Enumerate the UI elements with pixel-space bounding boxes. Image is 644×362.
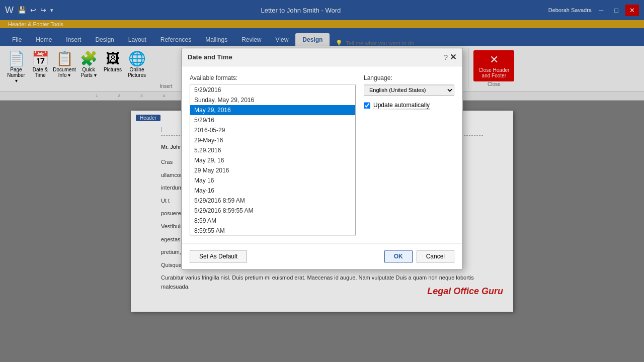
set-as-default-button[interactable]: Set As Default <box>190 250 247 263</box>
format-item-9[interactable]: May 16 <box>190 175 355 186</box>
format-item-7[interactable]: May 29, 16 <box>190 155 355 165</box>
format-item-4[interactable]: 2016-05-29 <box>190 125 355 135</box>
cancel-button[interactable]: Cancel <box>417 250 454 263</box>
dialog-title: Date and Time <box>188 53 232 61</box>
dialog-footer: Set As Default OK Cancel <box>182 243 462 269</box>
dialog-title-bar: Date and Time ? ✕ <box>182 48 462 66</box>
available-formats-label: Available formats: <box>190 74 356 81</box>
ok-button[interactable]: OK <box>384 250 413 263</box>
update-auto-row[interactable]: Update automatically <box>364 102 454 109</box>
format-item-12[interactable]: 5/29/2016 8:59:55 AM <box>190 206 355 216</box>
language-label: Language: <box>364 74 454 81</box>
dialog-overlay: Date and Time ? ✕ Available formats: 5/2… <box>0 0 644 362</box>
format-item-13[interactable]: 8:59 AM <box>190 216 355 226</box>
dialog-formats-section: Available formats: 5/29/2016 Sunday, May… <box>190 74 356 235</box>
format-list[interactable]: 5/29/2016 Sunday, May 29, 2016 May 29, 2… <box>190 84 356 235</box>
dialog-language-section: Language: English (United States) Englis… <box>364 74 454 235</box>
update-auto-label: Update automatically <box>373 102 430 109</box>
update-auto-checkbox[interactable] <box>364 102 370 109</box>
dialog-footer-right: OK Cancel <box>384 250 454 263</box>
format-item-10[interactable]: May-16 <box>190 186 355 196</box>
format-item-8[interactable]: 29 May 2016 <box>190 165 355 175</box>
dialog-help-button[interactable]: ? <box>444 53 448 61</box>
language-select[interactable]: English (United States) English (United … <box>364 84 454 96</box>
format-item-2[interactable]: May 29, 2016 <box>190 105 355 115</box>
dialog-body: Available formats: 5/29/2016 Sunday, May… <box>182 66 462 243</box>
dialog-close-button[interactable]: ✕ <box>450 52 456 62</box>
format-item-3[interactable]: 5/29/16 <box>190 115 355 125</box>
format-item-6[interactable]: 5.29.2016 <box>190 145 355 155</box>
dialog-title-actions: ? ✕ <box>444 52 456 62</box>
format-item-5[interactable]: 29-May-16 <box>190 135 355 145</box>
date-time-dialog: Date and Time ? ✕ Available formats: 5/2… <box>181 48 463 269</box>
format-item-0[interactable]: 5/29/2016 <box>190 85 355 95</box>
format-item-1[interactable]: Sunday, May 29, 2016 <box>190 95 355 105</box>
format-item-14[interactable]: 8:59:55 AM <box>190 226 355 235</box>
format-item-11[interactable]: 5/29/2016 8:59 AM <box>190 196 355 206</box>
